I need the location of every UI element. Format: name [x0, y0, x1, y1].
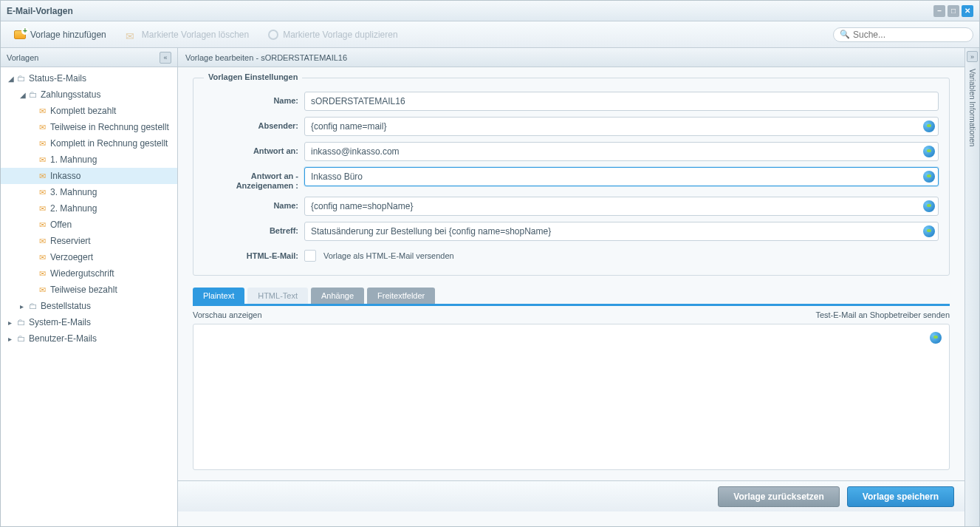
input-name[interactable] [304, 92, 939, 111]
input-name2[interactable] [304, 197, 939, 216]
tree-leaf[interactable]: ✉Offen [1, 217, 177, 233]
tab-html-text[interactable]: HTML-Text [247, 288, 308, 304]
mail-icon: ✉ [39, 204, 46, 214]
mail-icon: ✉ [39, 188, 46, 197]
mail-icon: ✉ [39, 123, 46, 132]
add-mail-icon [14, 30, 26, 39]
reset-button[interactable]: Vorlage zurücksetzen [718, 486, 839, 507]
delete-templates-button: Markierte Vorlagen löschen [118, 27, 256, 43]
tree-leaf[interactable]: ✉Teilweise bezahlt [1, 282, 177, 298]
sidebar-collapse-button[interactable]: « [160, 52, 171, 64]
mail-icon: ✉ [39, 269, 46, 279]
tab-attachments[interactable]: Anhänge [311, 288, 364, 304]
tree-node-status-emails[interactable]: ◢🗀Status-E-Mails [1, 70, 177, 86]
folder-icon: 🗀 [17, 73, 26, 84]
window-title: E-Mail-Vorlagen [7, 6, 73, 16]
tree-leaf[interactable]: ✉3. Mahnung [1, 184, 177, 200]
tab-plaintext[interactable]: Plaintext [193, 288, 244, 304]
tree-leaf[interactable]: ✉Reserviert [1, 233, 177, 249]
globe-icon[interactable] [930, 332, 942, 344]
label-html: HTML-E-Mail: [204, 247, 304, 261]
search-field[interactable]: 🔍 [833, 27, 973, 42]
globe-icon[interactable] [923, 146, 935, 157]
mail-icon: ✉ [39, 155, 46, 165]
main-header: Vorlage bearbeiten - sORDERSTATEMAIL16 [178, 48, 964, 67]
globe-icon[interactable] [923, 120, 935, 132]
main-panel: Vorlage bearbeiten - sORDERSTATEMAIL16 V… [178, 48, 964, 526]
globe-icon[interactable] [923, 225, 935, 237]
label-sender: Absender: [204, 117, 304, 131]
tree-node-zahlungsstatus[interactable]: ◢🗀Zahlungsstatus [1, 86, 177, 103]
add-template-button[interactable]: Vorlage hinzufügen [7, 27, 114, 43]
sidebar: Vorlagen « ◢🗀Status-E-Mails ◢🗀Zahlungsst… [1, 48, 178, 526]
delete-mail-icon [126, 30, 137, 39]
tree-leaf[interactable]: ✉Komplett bezahlt [1, 103, 177, 119]
input-replyto[interactable] [304, 142, 939, 161]
mail-icon: ✉ [39, 171, 46, 181]
save-button[interactable]: Vorlage speichern [847, 486, 954, 507]
label-subject: Betreff: [204, 222, 304, 236]
maximize-button[interactable]: □ [948, 5, 959, 17]
duplicate-template-button: Markierte Vorlage duplizieren [261, 27, 405, 43]
checkbox-html-email[interactable] [304, 250, 316, 262]
window-titlebar: E-Mail-Vorlagen – □ ✕ [1, 1, 979, 21]
template-settings-fieldset: Vorlagen Einstellungen Name: Absender: A… [193, 78, 950, 276]
globe-icon[interactable] [923, 171, 935, 183]
send-test-email-link[interactable]: Test-E-Mail an Shopbetreiber senden [815, 310, 950, 319]
mail-icon: ✉ [39, 285, 46, 295]
input-sender[interactable] [304, 117, 939, 136]
template-tree: ◢🗀Status-E-Mails ◢🗀Zahlungsstatus ✉Kompl… [1, 67, 177, 526]
folder-icon: 🗀 [29, 89, 38, 100]
tree-node-benutzer-emails[interactable]: ▸🗀Benutzer-E-Mails [1, 330, 177, 347]
input-subject[interactable] [304, 222, 939, 241]
input-replyto-displayname[interactable] [304, 167, 939, 186]
globe-icon[interactable] [923, 200, 935, 212]
tree-leaf[interactable]: ✉1. Mahnung [1, 152, 177, 168]
fieldset-legend: Vorlagen Einstellungen [204, 72, 302, 81]
mail-icon: ✉ [39, 220, 46, 230]
tree-node-bestellstatus[interactable]: ▸🗀Bestellstatus [1, 298, 177, 314]
folder-icon: 🗀 [29, 301, 38, 311]
tree-leaf[interactable]: ✉Wiedergutschrift [1, 265, 177, 282]
variables-panel-collapsed: » Variablen Informationen [964, 48, 979, 526]
tree-leaf[interactable]: ✉Komplett in Rechnung gestellt [1, 135, 177, 152]
search-input[interactable] [850, 30, 967, 40]
preview-link[interactable]: Vorschau anzeigen [193, 310, 262, 319]
mail-icon: ✉ [39, 106, 46, 116]
folder-icon: 🗀 [17, 333, 26, 344]
expand-variables-button[interactable]: » [967, 51, 978, 62]
tab-freetext[interactable]: Freitextfelder [367, 288, 435, 304]
tree-leaf-inkasso[interactable]: ✉Inkasso [1, 168, 177, 184]
label-name2: Name: [204, 197, 304, 211]
tree-leaf[interactable]: ✉2. Mahnung [1, 200, 177, 217]
label-replyto-displayname: Antwort an - Anzeigenamen : [204, 167, 304, 191]
duplicate-icon [268, 30, 278, 40]
mail-icon: ✉ [39, 237, 46, 246]
folder-icon: 🗀 [17, 317, 26, 327]
close-button[interactable]: ✕ [962, 5, 973, 17]
sidebar-header: Vorlagen « [1, 48, 177, 67]
mail-icon: ✉ [39, 253, 46, 262]
checkbox-label: Vorlage als HTML-E-Mail versenden [323, 251, 454, 260]
content-tabs: Plaintext HTML-Text Anhänge Freitextfeld… [193, 288, 950, 306]
tree-node-system-emails[interactable]: ▸🗀System-E-Mails [1, 314, 177, 330]
label-name: Name: [204, 92, 304, 106]
search-icon: 🔍 [840, 30, 850, 39]
content-editor[interactable] [193, 324, 950, 470]
footer: Vorlage zurücksetzen Vorlage speichern [178, 480, 964, 511]
toolbar: Vorlage hinzufügen Markierte Vorlagen lö… [1, 21, 979, 48]
tree-leaf[interactable]: ✉Verzoegert [1, 249, 177, 265]
minimize-button[interactable]: – [933, 5, 945, 17]
tree-leaf[interactable]: ✉Teilweise in Rechnung gestellt [1, 119, 177, 135]
label-replyto: Antwort an: [204, 142, 304, 156]
mail-icon: ✉ [39, 139, 46, 149]
variables-panel-label: Variablen Informationen [968, 69, 976, 146]
